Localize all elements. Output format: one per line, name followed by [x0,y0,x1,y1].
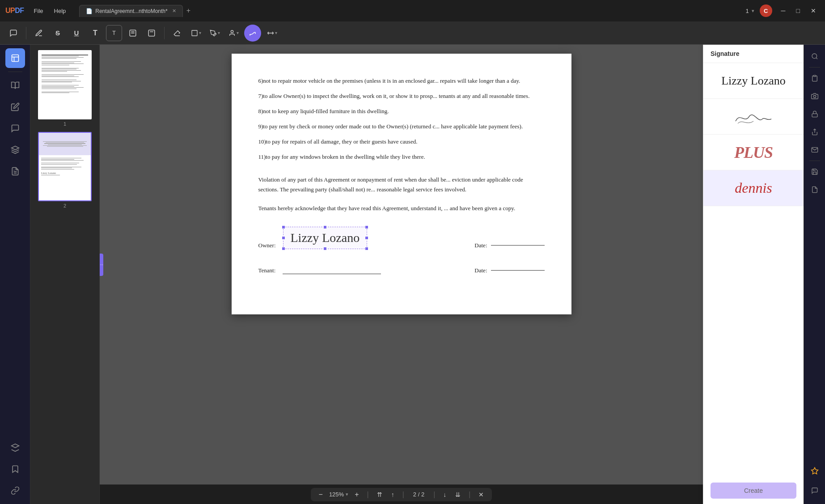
total-pages: 2 [421,491,424,498]
handle-mr[interactable] [365,236,368,240]
pdf-tenants-para: Tenants hereby acknowledge that they hav… [258,203,545,213]
textbox-tool-button[interactable] [125,25,141,41]
handle-bl[interactable] [282,247,285,250]
maximize-button[interactable]: □ [793,5,804,16]
zoom-sep-1: | [367,491,368,499]
svg-point-14 [812,54,817,59]
signature-tool-button[interactable] [244,25,261,42]
tenant-date-area: Date: [474,267,544,274]
signature-dennis-text: dennis [735,180,772,196]
textbox2-tool-button[interactable] [144,25,160,41]
page-indicator: 2 / 2 [410,491,428,498]
owner-date-area: Date: [474,242,544,249]
highlight-tool-button[interactable] [31,25,47,41]
tab-title: RentalAgreemnt...nthtoMonth* [95,8,167,14]
sidebar-reader-icon[interactable] [5,76,25,95]
signature-option-lizzy[interactable]: Lizzy Lozano [703,63,804,99]
page-num-indicator: 1 [745,8,749,14]
sidebar-home-icon[interactable] [5,48,25,68]
sidebar-divider-1 [8,72,22,72]
thumbnail-page-2[interactable]: Lizzy Lozano 2 [38,132,92,208]
sidebar-layers2-icon[interactable] [5,438,25,457]
right-clipboard-icon[interactable] [807,70,823,86]
handle-tl[interactable] [282,225,285,229]
tab-bar: 📄 RentalAgreemnt...nthtoMonth* ✕ + [79,5,740,17]
right-search-icon[interactable] [807,48,823,64]
tab-add-button[interactable]: + [186,7,190,15]
sidebar-edit-icon[interactable] [5,97,25,117]
svg-rect-5 [192,30,197,36]
create-signature-button[interactable]: Create [711,483,796,499]
app-logo: UPDF [5,7,24,15]
signature-lizzy-text: Lizzy Lozano [721,74,786,88]
tab-close-button[interactable]: ✕ [172,8,176,14]
zoom-percentage: 125% [329,491,344,498]
shapes-tool-button[interactable]: ▾ [188,25,204,41]
menu-help[interactable]: Help [50,6,71,16]
shapes-arrow: ▾ [199,30,201,35]
sidebar-doclist-icon[interactable] [5,161,25,181]
right-share-icon[interactable] [807,124,823,140]
signature-option-dennis[interactable]: dennis [703,170,804,206]
close-button[interactable]: ✕ [807,5,820,16]
nav-prev-button[interactable]: ↑ [389,490,397,499]
strikethrough-tool-button[interactable]: S [50,25,66,41]
right-save-icon[interactable] [807,164,823,180]
tenant-date-line [491,270,545,271]
tab-file-icon: 📄 [86,8,93,14]
sidebar-link-icon[interactable] [5,481,25,500]
thumbnail-page-1[interactable]: 1 [38,50,92,127]
nav-last-button[interactable]: ⇊ [453,490,463,499]
pdf-signature-area: Owner: [258,227,545,274]
right-chat-icon[interactable] [807,483,823,499]
text-tool-1-button[interactable]: T [87,25,103,41]
right-camera-icon[interactable] [807,88,823,104]
right-email-icon[interactable] [807,142,823,158]
text-tool-2-button[interactable]: T [106,25,122,41]
eraser-tool-button[interactable] [169,25,185,41]
right-star-icon[interactable] [807,463,823,479]
owner-date-label: Date: [474,242,487,249]
handle-ml[interactable] [282,236,285,240]
sidebar-bookmark-icon[interactable] [5,459,25,479]
right-sep-2 [809,161,820,161]
pdf-viewer[interactable]: ⋮ 6) not to repair motor vehicle on the … [100,45,703,484]
nav-first-button[interactable]: ⇈ [374,490,385,499]
zoom-in-button[interactable]: + [352,490,361,500]
pdf-page: 6) not to repair motor vehicle on the pr… [232,54,571,314]
svg-point-17 [813,95,816,97]
svg-rect-18 [812,114,817,117]
tab-rental[interactable]: 📄 RentalAgreemnt...nthtoMonth* ✕ [79,5,182,17]
underline-tool-button[interactable]: U [68,25,85,41]
sidebar-comment-icon[interactable] [5,119,25,138]
pdf-item-6: 6) not to repair motor vehicle on the pr… [258,76,545,89]
signature-option-plus[interactable]: PLUS [703,135,804,170]
handle-tr[interactable] [365,225,368,229]
signature-option-cursive2[interactable] [703,99,804,135]
zoom-chevron[interactable]: ▾ [346,491,348,497]
pdf-item-9: 9) to pay rent by check or money order m… [258,122,545,135]
svg-rect-3 [148,30,155,36]
menu-file[interactable]: File [30,6,48,16]
minimize-button[interactable]: ─ [778,5,789,16]
handle-tm[interactable] [323,225,327,229]
handle-br[interactable] [365,247,368,250]
annotation-toolbar: S U T T ▾ ▾ ▾ ▾ [0,21,825,45]
handle-bm[interactable] [323,247,327,250]
close-nav-button[interactable]: ✕ [476,490,487,499]
right-lock-icon[interactable] [807,106,823,122]
right-docstack-icon[interactable] [807,182,823,198]
zoom-out-button[interactable]: − [316,490,326,500]
panel-resize-handle[interactable]: ⋮ [100,254,103,276]
svg-rect-7 [12,55,18,62]
nav-next-button[interactable]: ↓ [440,490,449,499]
measure-tool-button[interactable]: ▾ [264,25,280,41]
thumbnail-img-2[interactable]: Lizzy Lozano [38,132,92,201]
sidebar-layers-icon[interactable] [5,140,25,160]
comment-tool-button[interactable] [5,25,21,41]
thumbnail-img-1[interactable] [38,50,92,119]
pen-tool-button[interactable]: ▾ [207,25,223,41]
user-avatar[interactable]: C [760,4,772,17]
person-tool-button[interactable]: ▾ [225,25,241,41]
owner-signature-box[interactable]: Lizzy Lozano [283,227,368,249]
